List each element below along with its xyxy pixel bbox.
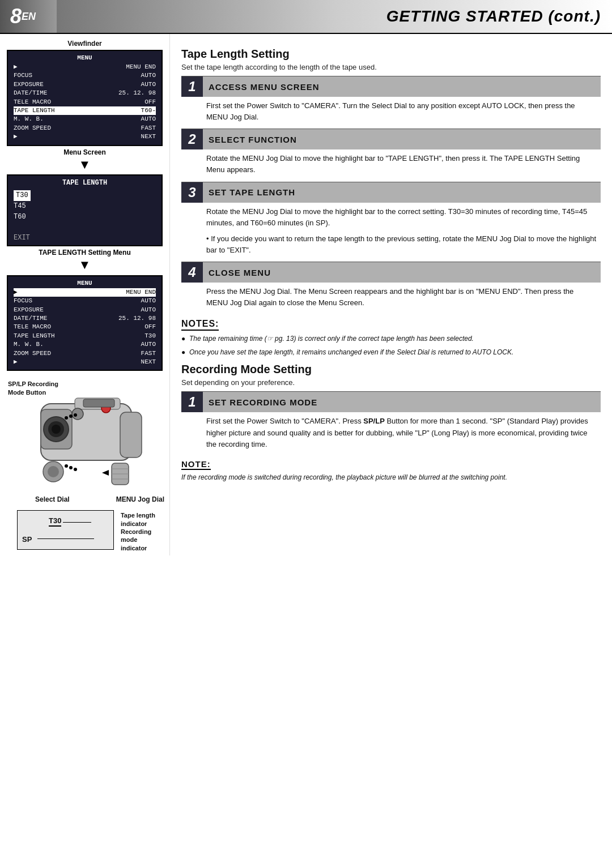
note-item-1: The tape remaining time (☞ pg. 13) is co… bbox=[181, 333, 601, 344]
menu-item-end-2: MENU END bbox=[14, 288, 156, 297]
svg-point-8 bbox=[65, 416, 68, 420]
header: 8EN GETTING STARTED (cont.) bbox=[0, 0, 612, 34]
tape-length-title: Tape Length Setting bbox=[181, 48, 601, 61]
main-layout: Viewfinder MENU MENU END FOCUSAUTO EXPOS… bbox=[0, 34, 612, 555]
menu-title-2: MENU bbox=[14, 280, 156, 287]
step-3-block: 3 SET TAPE LENGTH Rotate the MENU Jog Di… bbox=[181, 182, 601, 261]
left-column: Viewfinder MENU MENU END FOCUSAUTO EXPOS… bbox=[0, 34, 170, 555]
step-3-header-row: 3 SET TAPE LENGTH bbox=[181, 182, 601, 203]
tape-length-desc: Set the tape length according to the len… bbox=[181, 63, 601, 71]
step-4-header: CLOSE MENU bbox=[203, 262, 601, 283]
sp-indicator: SP bbox=[22, 535, 32, 544]
svg-point-10 bbox=[74, 413, 77, 417]
menu-item-mwb-1: M. W. B.AUTO bbox=[14, 115, 156, 123]
tape-length-t45: T45 bbox=[14, 201, 156, 212]
menu-item-telemacro-2: TELE MACROOFF bbox=[14, 323, 156, 331]
menu-screen-2: MENU MENU END FOCUSAUTO EXPOSUREAUTO DAT… bbox=[7, 275, 163, 371]
header-title: GETTING STARTED (cont.) bbox=[57, 0, 612, 33]
tape-length-exit: EXIT bbox=[14, 234, 156, 242]
step-4-number: 4 bbox=[181, 262, 203, 283]
menu-item-focus-1: FOCUSAUTO bbox=[14, 71, 156, 80]
arrow-down-2: ▼ bbox=[7, 258, 163, 272]
step-4-header-row: 4 CLOSE MENU bbox=[181, 262, 601, 283]
svg-point-21 bbox=[74, 468, 77, 471]
step-2-header: SELECT FUNCTION bbox=[203, 129, 601, 149]
svg-point-7 bbox=[72, 408, 83, 420]
rec-step-1-block: 1 SET RECORDING MODE First set the Power… bbox=[181, 391, 601, 454]
rec-step-1-header: SET RECORDING MODE bbox=[203, 392, 601, 412]
step-2-number: 2 bbox=[181, 129, 203, 149]
note-single-text: If the recording mode is switched during… bbox=[181, 472, 601, 482]
note-single-section: NOTE: If the recording mode is switched … bbox=[181, 459, 601, 482]
recording-mode-indicator-label: Recording modeindicator bbox=[121, 528, 163, 552]
step-1-number: 1 bbox=[181, 76, 203, 97]
arrow-down-1: ▼ bbox=[7, 157, 163, 172]
note-item-2: Once you have set the tape length, it re… bbox=[181, 347, 601, 357]
notes-section: NOTES: The tape remaining time (☞ pg. 13… bbox=[181, 319, 601, 357]
menu-screen-label: Menu Screen bbox=[7, 148, 163, 156]
step-2-header-row: 2 SELECT FUNCTION bbox=[181, 129, 601, 149]
menu-item-tapelength-2: TAPE LENGTHT30 bbox=[14, 332, 156, 340]
line-rec-mode bbox=[37, 538, 94, 539]
menu-item-exposure-1: EXPOSUREAUTO bbox=[14, 80, 156, 89]
rec-step-1-header-row: 1 SET RECORDING MODE bbox=[181, 391, 601, 412]
menu-title-1: MENU bbox=[14, 54, 156, 61]
notes-title: NOTES: bbox=[181, 319, 219, 331]
select-dial-label: Select Dial bbox=[35, 495, 70, 503]
recording-mode-section: Recording Mode Setting Set depending on … bbox=[181, 363, 601, 454]
tape-length-t30: T30 bbox=[14, 190, 31, 201]
line-tape-len bbox=[63, 522, 91, 523]
menu-item-telemacro-1: TELE MACROOFF bbox=[14, 98, 156, 106]
step-3-text: Rotate the MENU Jog Dial to move the hig… bbox=[181, 203, 601, 233]
indicator-labels: Tape lengthindicator Recording modeindic… bbox=[121, 507, 163, 546]
step-4-text: Press the MENU Jog Dial. The Menu Screen… bbox=[181, 283, 601, 313]
note-single-title: NOTE: bbox=[181, 459, 211, 470]
t30-indicator: T30 bbox=[49, 516, 61, 527]
step-2-text: Rotate the MENU Jog Dial to move the hig… bbox=[181, 149, 601, 180]
step-1-header-row: 1 ACCESS MENU SCREEN bbox=[181, 76, 601, 97]
step-3-bullet: • If you decide you want to return the t… bbox=[181, 233, 601, 260]
step-3-number: 3 bbox=[181, 182, 203, 203]
rec-step-1-number: 1 bbox=[181, 392, 203, 412]
svg-point-9 bbox=[69, 414, 73, 418]
menu-item-end-1: MENU END bbox=[14, 63, 156, 71]
camcorder-diagram: SP/LP RecordingMode Button bbox=[7, 375, 165, 506]
menu-item-tapelength-1: TAPE LENGTHT60- bbox=[14, 106, 156, 115]
viewfinder-label: Viewfinder bbox=[7, 40, 163, 48]
menu-item-datetime-2: DATE/TIME25. 12. 98 bbox=[14, 314, 156, 323]
recording-mode-title: Recording Mode Setting bbox=[181, 363, 601, 376]
right-column: Tape Length Setting Set the tape length … bbox=[170, 34, 612, 555]
indicator-area: SP T30 Tape lengthindicator Recording mo… bbox=[11, 507, 163, 550]
svg-point-4 bbox=[52, 425, 61, 434]
tape-length-title: TAPE LENGTH bbox=[14, 179, 156, 187]
svg-rect-12 bbox=[83, 399, 114, 407]
menu-item-next-2: NEXT bbox=[14, 358, 156, 366]
svg-rect-5 bbox=[120, 412, 142, 457]
tape-length-section: Tape Length Setting Set the tape length … bbox=[181, 48, 601, 313]
svg-point-20 bbox=[69, 466, 73, 469]
menu-item-focus-2: FOCUSAUTO bbox=[14, 297, 156, 305]
step-4-block: 4 CLOSE MENU Press the MENU Jog Dial. Th… bbox=[181, 262, 601, 313]
menu-item-zoomspeed-1: ZOOM SPEEDFAST bbox=[14, 124, 156, 132]
menu-jog-dial-label: MENU Jog Dial bbox=[116, 495, 164, 503]
menu-item-mwb-2: M. W. B.AUTO bbox=[14, 340, 156, 349]
recording-mode-desc: Set depending on your preference. bbox=[181, 378, 601, 387]
tape-length-box: TAPE LENGTH T30 T45 T60 EXIT bbox=[7, 174, 163, 247]
menu-item-datetime-1: DATE/TIME25. 12. 98 bbox=[14, 89, 156, 97]
step-1-text: First set the Power Switch to "CAMERA". … bbox=[181, 97, 601, 127]
page-number: 8EN bbox=[0, 0, 57, 33]
menu-item-next-1: NEXT bbox=[14, 132, 156, 141]
sp-lp-button-label: SP/LP RecordingMode Button bbox=[8, 380, 58, 396]
svg-point-19 bbox=[65, 464, 68, 468]
svg-point-14 bbox=[48, 466, 59, 477]
step-1-header: ACCESS MENU SCREEN bbox=[203, 76, 601, 97]
menu-screen-1: MENU MENU END FOCUSAUTO EXPOSUREAUTO DAT… bbox=[7, 50, 163, 146]
step-3-header: SET TAPE LENGTH bbox=[203, 182, 601, 203]
step-1-block: 1 ACCESS MENU SCREEN First set the Power… bbox=[181, 76, 601, 127]
tape-length-menu-label: TAPE LENGTH Setting Menu bbox=[7, 249, 163, 256]
rec-step-1-text: First set the Power Switch to "CAMERA". … bbox=[181, 412, 601, 454]
menu-item-exposure-2: EXPOSUREAUTO bbox=[14, 306, 156, 314]
tape-length-indicator-label: Tape lengthindicator bbox=[121, 511, 163, 528]
svg-marker-22 bbox=[102, 470, 109, 476]
indicator-box: SP T30 bbox=[17, 510, 114, 550]
